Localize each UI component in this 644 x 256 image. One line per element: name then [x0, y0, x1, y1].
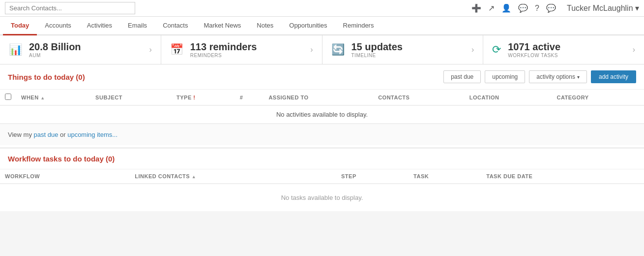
user-icon[interactable]: 👤	[501, 3, 511, 13]
updates-arrow-icon: ›	[471, 45, 474, 54]
card-reminders-text: 113 reminders REMINDERS	[190, 41, 257, 58]
search-box[interactable]	[5, 2, 135, 14]
location-header: LOCATION	[465, 90, 552, 105]
card-workflow[interactable]: ⟳ 1071 active WORKFLOW TASKS ›	[483, 35, 644, 64]
aum-arrow-icon: ›	[149, 45, 151, 54]
activities-empty-message: No activities available to display.	[0, 105, 644, 124]
nav-tabs: Today Accounts Activities Emails Contact…	[0, 17, 644, 35]
reminders-arrow-icon: ›	[310, 45, 313, 54]
workflow-label: WORKFLOW TASKS	[508, 53, 560, 58]
activities-section-header: Things to do today (0) past due upcoming…	[0, 64, 644, 90]
activities-empty-row: No activities available to display.	[0, 105, 644, 124]
card-workflow-text: 1071 active WORKFLOW TASKS	[508, 41, 560, 58]
summary-cards: 📊 20.8 Billion AUM › 📅 113 reminders REM…	[0, 35, 644, 64]
type-header: TYPE !	[172, 90, 235, 105]
tab-notes[interactable]: Notes	[249, 17, 281, 35]
reminders-icon: 📅	[170, 43, 183, 56]
reminders-value: 113 reminders	[190, 41, 257, 53]
step-col-header: STEP	[336, 169, 409, 184]
task-due-date-col-header: TASK DUE DATE	[481, 169, 644, 184]
workflow-empty-row: No tasks available to display.	[0, 184, 644, 211]
updates-value: 15 updates	[351, 41, 403, 53]
activities-table: WHEN ▲ SUBJECT TYPE ! # ASSIGNED TO CONT…	[0, 90, 644, 124]
tab-activities[interactable]: Activities	[79, 17, 120, 35]
updates-label: TIMELINE	[351, 53, 403, 58]
upcoming-link[interactable]: upcoming items...	[67, 131, 117, 138]
message-icon[interactable]: 💬	[546, 3, 556, 13]
top-bar: ➕ ↗ 👤 💬 ? 💬 Tucker McLaughlin	[0, 0, 644, 17]
card-updates[interactable]: 🔄 15 updates TIMELINE ›	[322, 35, 484, 64]
section-actions: past due upcoming activity options add a…	[443, 70, 636, 83]
add-activity-button[interactable]: add activity	[591, 70, 636, 83]
activities-title: Things to do today (0)	[8, 73, 443, 81]
user-name[interactable]: Tucker McLaughlin	[567, 3, 639, 13]
tab-contacts[interactable]: Contacts	[155, 17, 196, 35]
tab-reminders[interactable]: Reminders	[335, 17, 382, 35]
past-due-link[interactable]: past due	[34, 131, 59, 138]
hash-header: #	[235, 90, 264, 105]
contacts-header: CONTACTS	[373, 90, 465, 105]
linked-contacts-col-header[interactable]: LINKED CONTACTS ▲	[130, 169, 336, 184]
view-links-prefix: View my	[8, 131, 34, 138]
past-due-button[interactable]: past due	[443, 70, 481, 83]
type-exclamation-icon: !	[193, 95, 195, 100]
view-links-middle: or	[60, 131, 67, 138]
linked-contacts-sort-icon: ▲	[192, 174, 196, 179]
main-content: Things to do today (0) past due upcoming…	[0, 64, 644, 211]
workflow-icon: ⟳	[492, 43, 501, 56]
card-reminders[interactable]: 📅 113 reminders REMINDERS ›	[161, 35, 322, 64]
assigned-to-header: ASSIGNED TO	[263, 90, 373, 105]
workflow-table: WORKFLOW LINKED CONTACTS ▲ STEP TASK TAS…	[0, 169, 644, 211]
when-sort-icon: ▲	[40, 96, 45, 100]
reminders-label: REMINDERS	[190, 53, 257, 58]
tab-today[interactable]: Today	[3, 17, 37, 35]
select-all-checkbox[interactable]	[5, 94, 11, 100]
select-all-header	[0, 90, 16, 105]
workflow-section-header: Workflow tasks to do today (0)	[0, 149, 644, 169]
top-bar-icons: ➕ ↗ 👤 💬 ? 💬 Tucker McLaughlin	[471, 3, 639, 13]
when-header[interactable]: WHEN ▲	[16, 90, 90, 105]
aum-label: AUM	[29, 53, 81, 58]
workflow-title: Workflow tasks to do today (0)	[8, 155, 115, 163]
search-input[interactable]	[5, 2, 135, 14]
card-updates-text: 15 updates TIMELINE	[351, 41, 403, 58]
tab-market-news[interactable]: Market News	[196, 17, 249, 35]
workflow-value: 1071 active	[508, 41, 560, 53]
subject-header: SUBJECT	[90, 90, 172, 105]
activity-options-button[interactable]: activity options	[529, 70, 587, 83]
aum-icon: 📊	[9, 43, 22, 56]
tab-emails[interactable]: Emails	[120, 17, 155, 35]
help-icon[interactable]: ?	[535, 4, 539, 13]
tab-accounts[interactable]: Accounts	[37, 17, 79, 35]
workflow-col-header: WORKFLOW	[0, 169, 130, 184]
aum-value: 20.8 Billion	[29, 41, 81, 53]
share-icon[interactable]: ↗	[488, 3, 495, 13]
updates-icon: 🔄	[331, 43, 345, 56]
tab-opportunities[interactable]: Opportunities	[281, 17, 335, 35]
workflow-arrow-icon: ›	[633, 45, 635, 54]
workflow-section: Workflow tasks to do today (0) WORKFLOW …	[0, 147, 644, 211]
add-icon[interactable]: ➕	[471, 3, 481, 13]
card-aum[interactable]: 📊 20.8 Billion AUM ›	[0, 35, 161, 64]
view-links: View my past due or upcoming items...	[0, 124, 644, 145]
task-col-header: TASK	[409, 169, 481, 184]
upcoming-button[interactable]: upcoming	[485, 70, 525, 83]
workflow-empty-message: No tasks available to display.	[0, 184, 644, 211]
chat-icon[interactable]: 💬	[518, 3, 528, 13]
card-aum-text: 20.8 Billion AUM	[29, 41, 81, 58]
category-header: CATEGORY	[552, 90, 644, 105]
